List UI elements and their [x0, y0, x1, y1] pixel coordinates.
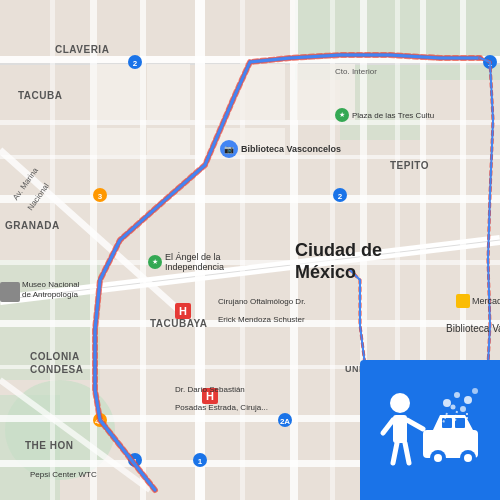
poi-mercado: Mercado [456, 294, 500, 308]
svg-text:2A: 2A [280, 417, 290, 426]
svg-text:1: 1 [488, 59, 493, 68]
svg-point-73 [443, 399, 451, 407]
svg-rect-31 [97, 64, 140, 120]
svg-text:2: 2 [338, 192, 343, 201]
label-cto-interior: Cto. Interior [335, 60, 377, 78]
svg-line-64 [393, 443, 397, 463]
map-container: H H 2 1 1 2 2A 3 4A 1 2 [0, 0, 500, 500]
svg-point-76 [472, 388, 478, 394]
svg-text:4A: 4A [95, 417, 105, 426]
svg-point-78 [460, 406, 466, 412]
poi-plaza-tres: ★ Plaza de las Tres Cultu [335, 108, 434, 122]
svg-rect-68 [455, 418, 465, 428]
svg-point-75 [464, 396, 472, 404]
car-wash-icon [375, 385, 485, 475]
poi-museo: Museo Nacionalde Antropología [0, 280, 79, 302]
poi-el-angel: ★ El Ángel de laIndependencia [148, 252, 224, 272]
svg-point-70 [434, 454, 442, 462]
svg-rect-36 [147, 128, 190, 155]
svg-rect-67 [442, 418, 452, 428]
car-wash-icon-overlay[interactable] [360, 360, 500, 500]
svg-rect-33 [205, 64, 285, 120]
svg-point-72 [464, 454, 472, 462]
svg-point-74 [454, 392, 460, 398]
svg-rect-23 [0, 260, 500, 265]
svg-rect-17 [290, 0, 298, 500]
svg-rect-32 [147, 64, 190, 120]
svg-point-77 [451, 405, 456, 410]
svg-line-62 [383, 420, 393, 433]
svg-line-63 [407, 420, 423, 429]
svg-line-65 [405, 443, 409, 463]
svg-text:H: H [179, 305, 187, 317]
poi-pepsi: Pepsi Center WTC [30, 463, 97, 481]
svg-text:3: 3 [98, 192, 103, 201]
svg-text:1: 1 [133, 457, 138, 466]
poi-biblioteca: 📷 Biblioteca Vasconcelos [220, 140, 341, 158]
poi-cirujano: Cirujano Oftalmólogo Dr.Erick Mendoza Sc… [218, 290, 306, 326]
svg-text:1: 1 [198, 457, 203, 466]
svg-rect-10 [195, 0, 205, 500]
svg-text:2: 2 [133, 59, 138, 68]
poi-dr-dario: Dr. Darío SebastiánPosadas Estrada, Ciru… [175, 378, 268, 414]
svg-rect-25 [50, 0, 55, 500]
svg-rect-16 [140, 0, 146, 500]
svg-rect-35 [97, 128, 140, 155]
svg-point-60 [390, 393, 410, 413]
